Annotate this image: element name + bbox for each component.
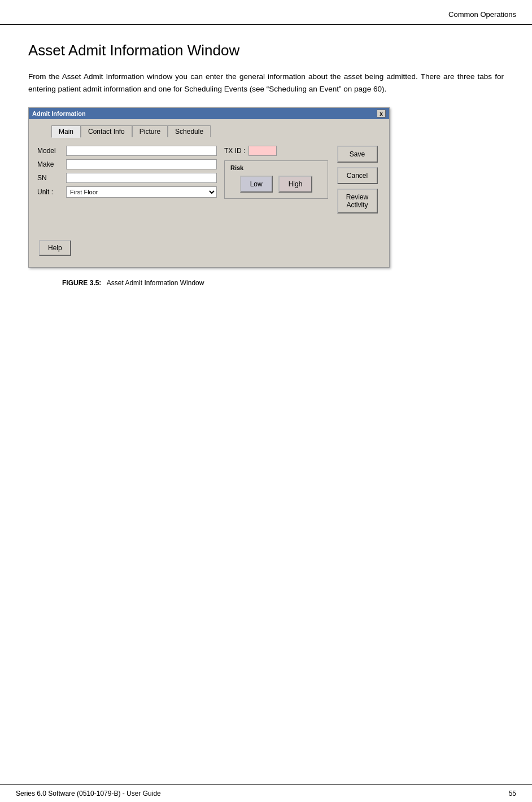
dialog-main-area: Model Make SN Unit : xyxy=(34,143,383,216)
dialog-right-buttons: Save Cancel Review Activity xyxy=(333,143,383,216)
review-activity-line2: Activity xyxy=(346,201,368,209)
footer-left: Series 6.0 Software (0510-1079-B) - User… xyxy=(16,790,161,797)
input-make[interactable] xyxy=(66,159,217,169)
page-header: Common Operations xyxy=(0,0,532,25)
footer-right: 55 xyxy=(509,790,516,797)
txid-row: TX ID : xyxy=(224,146,328,156)
txid-input[interactable] xyxy=(248,146,277,156)
label-make: Make xyxy=(37,160,63,168)
tab-schedule[interactable]: Schedule xyxy=(168,125,211,137)
dialog-title: Admit Information xyxy=(32,110,86,117)
review-activity-line1: Review xyxy=(346,193,368,201)
tab-picture[interactable]: Picture xyxy=(132,125,168,137)
dialog-body: Main Contact Info Picture Schedule Model xyxy=(29,119,389,267)
txid-label: TX ID : xyxy=(224,147,245,155)
dialog-form: Model Make SN Unit : xyxy=(34,143,220,216)
figure-caption: FIGURE 3.5: Asset Admit Information Wind… xyxy=(62,279,504,287)
tab-contact-info[interactable]: Contact Info xyxy=(81,125,132,137)
input-sn[interactable] xyxy=(66,173,217,183)
section-title: Asset Admit Information Window xyxy=(28,42,504,59)
risk-legend: Risk xyxy=(230,164,322,171)
tab-main[interactable]: Main xyxy=(51,125,81,138)
figure-caption-text: Asset Admit Information Window xyxy=(107,279,204,287)
dialog-bottom: Help xyxy=(34,216,383,261)
help-button[interactable]: Help xyxy=(39,240,71,256)
form-row-make: Make xyxy=(37,159,217,169)
select-unit[interactable]: First Floor xyxy=(66,186,217,198)
cancel-button[interactable]: Cancel xyxy=(337,167,378,184)
form-row-unit: Unit : First Floor xyxy=(37,186,217,198)
figure-label: FIGURE 3.5: xyxy=(62,279,101,287)
tab-bar: Main Contact Info Picture Schedule xyxy=(34,125,383,137)
label-unit: Unit : xyxy=(37,188,63,196)
risk-high-button[interactable]: High xyxy=(278,176,313,193)
dialog-center: TX ID : Risk Low High xyxy=(220,143,333,216)
risk-group: Risk Low High xyxy=(224,160,328,199)
review-activity-button[interactable]: Review Activity xyxy=(337,189,378,213)
form-row-model: Model xyxy=(37,146,217,156)
save-button[interactable]: Save xyxy=(337,146,378,163)
page-footer: Series 6.0 Software (0510-1079-B) - User… xyxy=(0,784,532,802)
input-model[interactable] xyxy=(66,146,217,156)
dialog-close-button[interactable]: x xyxy=(377,110,386,117)
header-title: Common Operations xyxy=(448,10,516,19)
dialog-titlebar: Admit Information x xyxy=(29,108,389,119)
section-body: From the Asset Admit Information window … xyxy=(28,71,504,95)
dialog-wrapper: Admit Information x Main Contact Info Pi… xyxy=(28,107,504,268)
dialog-window: Admit Information x Main Contact Info Pi… xyxy=(28,107,390,268)
risk-buttons: Low High xyxy=(230,176,322,193)
label-model: Model xyxy=(37,147,63,155)
form-row-sn: SN xyxy=(37,173,217,183)
label-sn: SN xyxy=(37,174,63,182)
risk-low-button[interactable]: Low xyxy=(240,176,273,193)
page-content: Asset Admit Information Window From the … xyxy=(0,25,532,304)
